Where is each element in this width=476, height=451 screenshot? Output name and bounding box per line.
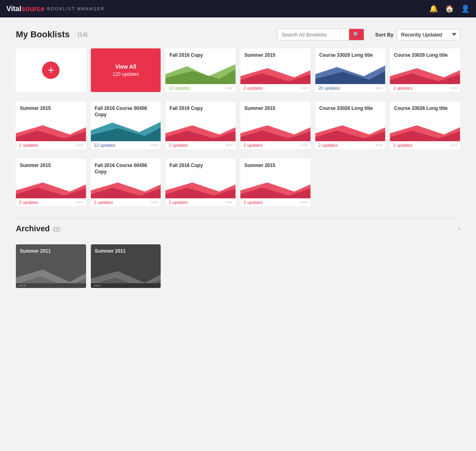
bell-icon[interactable]: 🔔 xyxy=(429,4,438,13)
menu-dots[interactable] xyxy=(19,285,25,286)
card-footer: 2 updates xyxy=(91,198,161,206)
card-title: Fall 2016 Copy xyxy=(169,106,232,112)
card-visual xyxy=(315,62,386,84)
card-title: Fall 2016 Course 00456 Copy xyxy=(95,163,157,175)
updates-label: 12 updates xyxy=(169,86,190,90)
card-visual xyxy=(240,62,311,84)
archived-chevron-icon[interactable]: › xyxy=(458,225,460,233)
search-input[interactable] xyxy=(278,29,349,40)
card-footer: 2 updates xyxy=(240,141,311,149)
booklist-card[interactable]: Summer 2015 2 updates xyxy=(240,48,311,92)
booklist-card[interactable]: Course 33026 Long title 2 updates xyxy=(390,48,460,92)
card-title: Summer 2015 xyxy=(20,106,82,112)
booklist-card[interactable]: Summer 2015 2 updates xyxy=(240,102,311,149)
booklist-card[interactable]: Summer 2015 2 updates xyxy=(240,159,311,206)
menu-dots[interactable] xyxy=(226,87,232,89)
updates-label: 2 updates xyxy=(19,200,38,205)
updates-label: 2 updates xyxy=(393,86,412,90)
card-footer xyxy=(91,283,161,288)
card-body: Summer 2011 xyxy=(16,244,86,261)
menu-dots[interactable] xyxy=(301,202,307,203)
viewall-title: View All xyxy=(115,63,136,70)
booklist-card[interactable]: Summer 2015 2 updates xyxy=(16,102,86,149)
booklist-card[interactable]: Fall 2016 Course 00456 Copy 2 updates xyxy=(91,159,161,206)
viewall-card[interactable]: View All 120 updates xyxy=(91,48,161,92)
card-title: Summer 2015 xyxy=(244,106,307,112)
menu-dots[interactable] xyxy=(376,87,382,89)
booklist-card[interactable]: Fall 2016 Copy 2 updates xyxy=(165,102,236,149)
card-visual xyxy=(91,177,161,198)
svg-marker-30 xyxy=(91,271,161,284)
search-button[interactable]: 🔍 xyxy=(349,29,364,40)
card-visual xyxy=(16,177,86,198)
booklist-grid-row2: Summer 2015 2 updates Fall 2016 Course 0… xyxy=(16,102,460,149)
card-visual xyxy=(165,119,236,141)
home-icon[interactable]: 🏠 xyxy=(445,4,454,13)
card-body: Course 33026 Long title xyxy=(315,102,386,119)
card-visual xyxy=(16,119,86,141)
menu-dots[interactable] xyxy=(151,202,157,203)
booklist-count: (14) xyxy=(78,31,88,38)
card-body: Fall 2016 Course 00456 Copy xyxy=(91,159,161,177)
archived-card[interactable]: Summer 2011 xyxy=(16,244,86,288)
menu-dots[interactable] xyxy=(451,87,457,89)
updates-label: 2 updates xyxy=(319,143,338,148)
card-footer: 2 updates xyxy=(315,141,386,149)
menu-dots[interactable] xyxy=(151,144,157,146)
card-body: Summer 2015 xyxy=(16,102,86,119)
card-footer: 2 updates xyxy=(16,198,86,206)
booklist-card[interactable]: Fall 2016 Copy 12 updates xyxy=(165,48,236,92)
navbar-icons: 🔔 🏠 👤 xyxy=(429,4,470,13)
card-footer: 2 updates xyxy=(390,141,460,149)
add-booklist-card[interactable]: + xyxy=(16,48,86,92)
booklist-grid-row3: Summer 2015 2 updates Fall 2016 Course 0… xyxy=(16,159,460,206)
card-body: Summer 2015 xyxy=(16,159,86,177)
updates-label: 20 updates xyxy=(319,86,340,90)
card-title: Course 33026 Long title xyxy=(319,52,382,59)
main-content: My Booklists (14) 🔍 Sort By Recently Upd… xyxy=(0,17,476,299)
card-body: Summer 2015 xyxy=(240,159,311,177)
card-body: Summer 2015 xyxy=(240,48,311,62)
booklist-card[interactable]: Summer 2015 2 updates xyxy=(16,159,86,206)
booklist-grid-row1: + View All 120 updates Fall 2016 Copy 12… xyxy=(16,48,460,92)
updates-label: 2 updates xyxy=(94,200,113,205)
updates-label: 12 updates xyxy=(94,143,115,148)
menu-dots[interactable] xyxy=(77,144,83,146)
add-button[interactable]: + xyxy=(42,61,60,79)
card-footer: 2 updates xyxy=(240,198,311,206)
menu-dots[interactable] xyxy=(301,87,307,89)
menu-dots[interactable] xyxy=(94,285,100,286)
booklist-card[interactable]: Course 33026 Long title 2 updates xyxy=(315,102,386,149)
card-footer: 2 updates xyxy=(16,141,86,149)
updates-label: 2 updates xyxy=(393,143,412,148)
card-footer: 12 updates xyxy=(165,84,236,92)
card-footer: 20 updates xyxy=(315,84,386,92)
booklist-card[interactable]: Fall 2016 Course 00456 Copy 12 updates xyxy=(91,102,161,149)
user-icon[interactable]: 👤 xyxy=(461,4,470,13)
card-visual xyxy=(165,62,236,84)
menu-dots[interactable] xyxy=(451,144,457,146)
menu-dots[interactable] xyxy=(226,144,232,146)
card-footer: 2 updates xyxy=(165,198,236,206)
booklist-card[interactable]: Course 33026 Long title 20 updates xyxy=(315,48,386,92)
booklist-card[interactable]: Fall 2016 Copy 2 updates xyxy=(165,159,236,206)
archived-section-header: Archived (2) › xyxy=(16,218,460,239)
card-footer: 2 updates xyxy=(390,84,460,92)
menu-dots[interactable] xyxy=(301,144,307,146)
brand-subtitle: BOOKLIST MANAGER xyxy=(47,6,105,11)
updates-label: 2 updates xyxy=(169,200,188,205)
updates-label: 2 updates xyxy=(244,86,263,90)
card-body: Fall 2016 Copy xyxy=(165,102,236,119)
booklist-card[interactable]: Course 33026 Long title 2 updates xyxy=(390,102,460,149)
menu-dots[interactable] xyxy=(376,144,382,146)
page-title: My Booklists xyxy=(16,29,70,40)
brand-vital: Vitalsource xyxy=(6,5,45,13)
menu-dots[interactable] xyxy=(226,202,232,203)
archived-count: (2) xyxy=(53,226,60,232)
archived-grid: Summer 2011 Summer 2011 xyxy=(16,244,460,288)
card-body: Summer 2015 xyxy=(240,102,311,119)
menu-dots[interactable] xyxy=(77,202,83,203)
card-visual xyxy=(390,62,460,84)
archived-card[interactable]: Summer 2011 xyxy=(91,244,161,288)
sort-select[interactable]: Recently Updated Name Date Created xyxy=(397,29,460,40)
